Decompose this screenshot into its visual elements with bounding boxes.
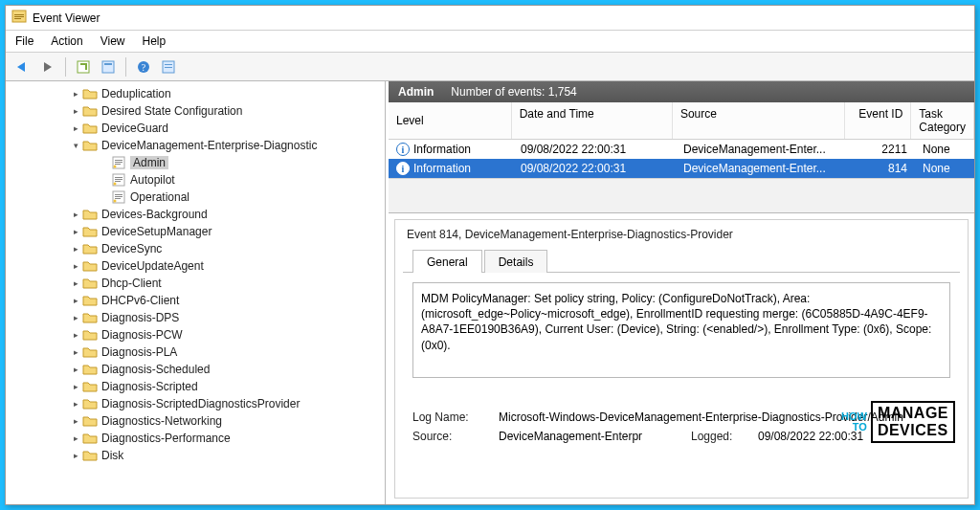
tree-item-label[interactable]: Diagnosis-PLA <box>101 345 177 359</box>
back-button[interactable] <box>11 56 34 78</box>
tree-folder[interactable]: ▾DeviceManagement-Enterprise-Diagnostic <box>6 137 385 154</box>
event-row[interactable]: iInformation09/08/2022 22:00:31DeviceMan… <box>389 159 974 178</box>
tree-folder[interactable]: ▸Diagnostics-Performance <box>6 430 385 447</box>
expand-arrow-icon[interactable]: ▸ <box>69 106 82 116</box>
col-category[interactable]: Task Category <box>911 102 974 139</box>
event-row[interactable]: iInformation09/08/2022 22:00:31DeviceMan… <box>389 140 974 159</box>
svg-rect-2 <box>14 16 24 17</box>
tree-item-label[interactable]: Diagnosis-PCW <box>101 328 183 342</box>
expand-arrow-icon[interactable]: ▸ <box>69 347 82 357</box>
col-level[interactable]: Level <box>389 102 512 139</box>
expand-arrow-icon[interactable]: ▸ <box>69 416 82 426</box>
menu-file[interactable]: File <box>15 34 33 48</box>
menu-help[interactable]: Help <box>143 34 167 48</box>
tree-folder[interactable]: ▸Diagnosis-Scheduled <box>6 361 385 378</box>
tree-item-label[interactable]: DHCPv6-Client <box>101 294 179 307</box>
tree-folder[interactable]: ▸Diagnosis-PLA <box>6 344 385 361</box>
detail-title: Event 814, DeviceManagement-Enterprise-D… <box>403 228 960 249</box>
properties-button[interactable] <box>97 56 120 78</box>
expand-arrow-icon[interactable]: ▸ <box>69 330 82 340</box>
tree-folder[interactable]: ▸DeviceGuard <box>6 120 385 137</box>
tree-folder[interactable]: ▸DeviceSetupManager <box>6 223 385 240</box>
tree-folder[interactable]: ▸Dhcp-Client <box>6 275 385 292</box>
tree-folder[interactable]: ▸Diagnosis-ScriptedDiagnosticsProvider <box>6 395 385 412</box>
expand-arrow-icon[interactable]: ▸ <box>69 278 82 288</box>
tree-item-label[interactable]: Devices-Background <box>101 208 208 221</box>
tree-folder[interactable]: ▸Diagnosis-Scripted <box>6 378 385 395</box>
expand-arrow-icon[interactable]: ▸ <box>69 261 82 271</box>
expand-arrow-icon[interactable]: ▸ <box>69 365 82 374</box>
tree-item-label[interactable]: Admin <box>130 156 168 169</box>
forward-button[interactable] <box>36 56 59 78</box>
tree-item-label[interactable]: Diagnosis-Scheduled <box>101 363 210 376</box>
expand-arrow-icon[interactable]: ▸ <box>69 89 82 99</box>
tree-item-label[interactable]: DeviceSetupManager <box>101 225 212 238</box>
tree-item-label[interactable]: Deduplication <box>101 87 171 100</box>
cell-date: 09/08/2022 22:00:31 <box>513 160 676 177</box>
tree-log[interactable]: ▸Autopilot <box>6 171 385 188</box>
tab-general[interactable]: General <box>412 250 482 273</box>
tree-log[interactable]: ▸Admin <box>6 154 385 171</box>
cell-eventid: 814 <box>848 160 915 177</box>
tree-item-label[interactable]: DeviceSync <box>101 242 162 255</box>
menu-view[interactable]: View <box>100 34 125 48</box>
tree-item-label[interactable]: Autopilot <box>130 173 175 187</box>
tree-pane[interactable]: ▸Deduplication▸Desired State Configurati… <box>6 81 386 504</box>
folder-icon <box>82 363 98 376</box>
expand-arrow-icon[interactable]: ▸ <box>69 433 82 443</box>
tree-item-label[interactable]: Diagnosis-ScriptedDiagnosticsProvider <box>101 397 300 410</box>
folder-icon <box>82 87 98 100</box>
tree-folder[interactable]: ▸DeviceSync <box>6 240 385 257</box>
svg-rect-11 <box>165 67 172 68</box>
help-button[interactable]: ? <box>132 56 155 78</box>
folder-icon <box>82 225 98 238</box>
tree-folder[interactable]: ▸DHCPv6-Client <box>6 292 385 309</box>
cell-eventid: 2211 <box>848 141 915 158</box>
col-eventid[interactable]: Event ID <box>845 102 911 139</box>
tab-details[interactable]: Details <box>484 250 548 273</box>
tree-item-label[interactable]: Disk <box>101 449 123 462</box>
expand-arrow-icon[interactable]: ▸ <box>69 244 82 254</box>
tree-item-label[interactable]: Dhcp-Client <box>101 277 162 290</box>
col-date[interactable]: Date and Time <box>512 102 673 139</box>
expand-arrow-icon[interactable]: ▸ <box>69 399 82 409</box>
tree-log[interactable]: ▸Operational <box>6 188 385 206</box>
tree-folder[interactable]: ▸Diagnosis-DPS <box>6 309 385 326</box>
tree-item-label[interactable]: Diagnosis-Scripted <box>101 380 198 393</box>
tree-folder[interactable]: ▸Devices-Background <box>6 206 385 223</box>
expand-arrow-icon[interactable]: ▸ <box>69 227 82 236</box>
refresh-button[interactable] <box>72 56 95 78</box>
expand-arrow-icon[interactable]: ▸ <box>69 296 82 305</box>
log-icon <box>111 156 126 169</box>
expand-arrow-icon[interactable]: ▸ <box>69 451 82 460</box>
expand-arrow-icon[interactable]: ▸ <box>69 123 82 133</box>
col-source[interactable]: Source <box>673 102 845 139</box>
tree-folder[interactable]: ▸Diagnosis-PCW <box>6 326 385 344</box>
tree-item-label[interactable]: Diagnostics-Networking <box>101 414 222 428</box>
log-tree[interactable]: ▸Deduplication▸Desired State Configurati… <box>6 85 385 464</box>
event-message[interactable]: MDM PolicyManager: Set policy string, Po… <box>412 282 950 378</box>
expand-arrow-icon[interactable]: ▸ <box>69 382 82 391</box>
tree-item-label[interactable]: DeviceManagement-Enterprise-Diagnostic <box>101 139 317 152</box>
list-scroll-area[interactable] <box>389 178 974 212</box>
expand-arrow-icon[interactable]: ▾ <box>69 141 82 150</box>
menu-action[interactable]: Action <box>51 34 82 48</box>
tree-item-label[interactable]: Desired State Configuration <box>101 104 242 118</box>
expand-arrow-icon[interactable]: ▸ <box>69 313 82 322</box>
tree-item-label[interactable]: Operational <box>130 190 189 204</box>
tree-item-label[interactable]: DeviceUpdateAgent <box>101 259 204 273</box>
expand-arrow-icon[interactable]: ▸ <box>69 210 82 219</box>
body: ▸Deduplication▸Desired State Configurati… <box>6 81 974 504</box>
folder-icon <box>82 208 98 221</box>
event-list[interactable]: Level Date and Time Source Event ID Task… <box>389 102 974 213</box>
tree-folder[interactable]: ▸DeviceUpdateAgent <box>6 257 385 275</box>
tree-folder[interactable]: ▸Desired State Configuration <box>6 102 385 120</box>
tree-folder[interactable]: ▸Diagnostics-Networking <box>6 412 385 430</box>
tree-item-label[interactable]: Diagnostics-Performance <box>101 432 231 445</box>
tree-folder[interactable]: ▸Disk <box>6 447 385 464</box>
column-headers[interactable]: Level Date and Time Source Event ID Task… <box>389 102 974 140</box>
action-log-button[interactable] <box>157 56 180 78</box>
tree-folder[interactable]: ▸Deduplication <box>6 85 385 102</box>
tree-item-label[interactable]: Diagnosis-DPS <box>101 311 179 324</box>
tree-item-label[interactable]: DeviceGuard <box>101 122 168 135</box>
